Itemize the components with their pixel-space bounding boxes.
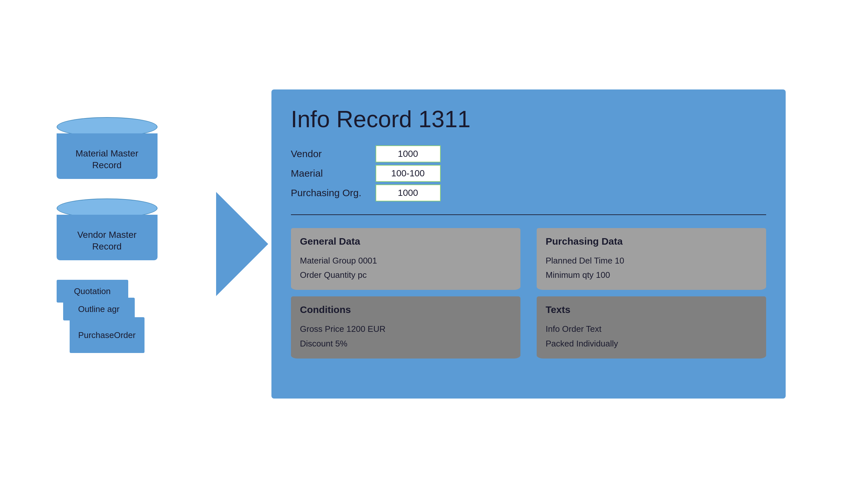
cylinder-body-material: Material Master Record	[57, 133, 157, 179]
purchasing-data-content: Planned Del Time 10 Minimum qty 100	[546, 254, 757, 282]
vendor-label: Vendor	[291, 148, 363, 159]
info-record-title: Info Record 1311	[291, 106, 766, 132]
info-record-box: Info Record 1311 Vendor 1000 Maerial 100…	[272, 90, 786, 398]
vendor-field-row: Vendor 1000	[291, 145, 766, 162]
material-input[interactable]: 100-100	[376, 165, 441, 182]
material-master-label: Material Master Record	[75, 148, 138, 171]
left-data-column: General Data Material Group 0001 Order Q…	[291, 228, 520, 382]
cylinder-body-vendor: Vendor Master Record	[57, 215, 157, 260]
purchasing-data-title: Purchasing Data	[546, 236, 757, 247]
left-side: Material Master Record Vendor Master Rec…	[43, 33, 213, 455]
general-data-content: Material Group 0001 Order Quantity pc	[300, 254, 511, 282]
gross-price-text: Gross Price 1200 EUR	[300, 322, 511, 336]
main-container: Material Master Record Vendor Master Rec…	[43, 33, 825, 455]
purchasing-field-row: Purchasing Org. 1000	[291, 185, 766, 201]
conditions-title: Conditions	[300, 304, 511, 315]
discount-text: Discount 5%	[300, 336, 511, 351]
conditions-box: Conditions Gross Price 1200 EUR Discount…	[291, 296, 520, 358]
info-order-text: Info Order Text	[546, 322, 757, 336]
conditions-content: Gross Price 1200 EUR Discount 5%	[300, 322, 511, 350]
vendor-master-cylinder: Vendor Master Record	[57, 198, 157, 260]
vendor-input[interactable]: 1000	[376, 145, 441, 162]
data-sections: General Data Material Group 0001 Order Q…	[291, 228, 766, 382]
material-label: Maerial	[291, 168, 363, 179]
section-divider	[291, 215, 766, 215]
texts-title: Texts	[546, 304, 757, 315]
papers-stack: Quotation Outline agr Purchase Order	[57, 280, 154, 371]
planned-del-text: Planned Del Time 10	[546, 254, 757, 268]
vendor-master-label: Vendor Master Record	[77, 229, 136, 253]
right-arrow-icon	[216, 192, 268, 296]
minimum-qty-text: Minimum qty 100	[546, 268, 757, 282]
purchasing-label: Purchasing Org.	[291, 187, 363, 198]
purchasing-data-box: Purchasing Data Planned Del Time 10 Mini…	[537, 228, 766, 290]
order-quantity-text: Order Quantity pc	[300, 268, 511, 282]
info-record-header: Vendor 1000 Maerial 100-100 Purchasing O…	[291, 145, 766, 201]
general-data-title: General Data	[300, 236, 511, 247]
packed-text: Packed Individually	[546, 336, 757, 351]
material-group-text: Material Group 0001	[300, 254, 511, 268]
purchasing-input[interactable]: 1000	[376, 185, 441, 201]
general-data-box: General Data Material Group 0001 Order Q…	[291, 228, 520, 290]
paper-purchase: Purchase Order	[70, 317, 145, 353]
right-data-column: Purchasing Data Planned Del Time 10 Mini…	[537, 228, 766, 382]
texts-box: Texts Info Order Text Packed Individuall…	[537, 296, 766, 358]
texts-content: Info Order Text Packed Individually	[546, 322, 757, 350]
material-master-cylinder: Material Master Record	[57, 117, 157, 179]
material-field-row: Maerial 100-100	[291, 165, 766, 182]
arrow-container	[213, 98, 272, 390]
